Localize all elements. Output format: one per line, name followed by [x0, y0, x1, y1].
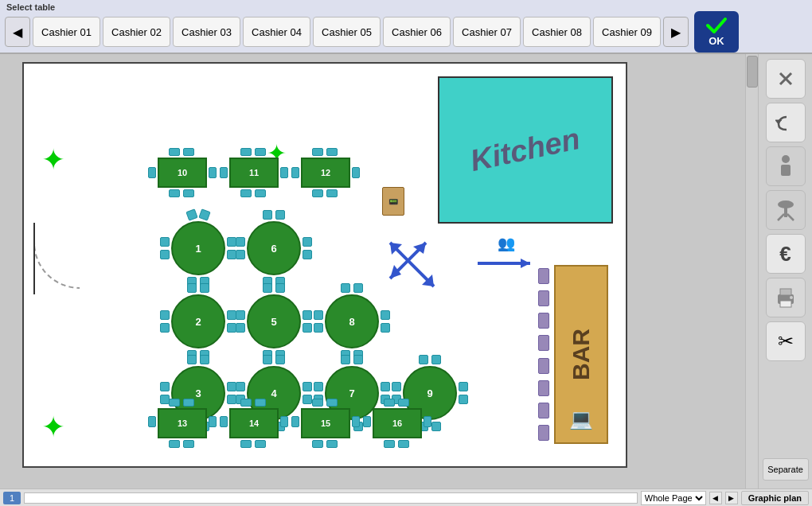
- svg-line-14: [778, 214, 784, 220]
- right-sidebar: € ✂ Separate: [758, 54, 812, 488]
- stool-button[interactable]: [766, 190, 806, 230]
- cashier-08-button[interactable]: Cashier 08: [523, 17, 591, 47]
- scroll-left-button[interactable]: ◀: [709, 492, 722, 504]
- door-arc: [33, 243, 80, 289]
- cash-register: 💻: [559, 401, 603, 438]
- svg-rect-13: [784, 204, 787, 217]
- table-11-group[interactable]: 11: [229, 158, 279, 188]
- undo-button[interactable]: [766, 103, 806, 142]
- cashier-01-button[interactable]: Cashier 01: [33, 17, 100, 47]
- cashier-02-button[interactable]: Cashier 02: [103, 17, 170, 47]
- cashier-09-button[interactable]: Cashier 09: [593, 17, 661, 47]
- floor-plan-canvas: Kitchen ✦ ✦ ✦: [22, 62, 627, 468]
- separate-button[interactable]: Separate: [763, 458, 809, 481]
- kitchen-label: Kitchen: [467, 122, 583, 178]
- svg-rect-11: [781, 165, 791, 176]
- floor-plan-area: Kitchen ✦ ✦ ✦: [0, 54, 758, 488]
- scroll-right-button[interactable]: ▶: [725, 492, 738, 504]
- svg-rect-17: [780, 289, 791, 295]
- arrows-group: [382, 235, 446, 302]
- graphic-plan-button[interactable]: Graphic plan: [741, 491, 809, 505]
- table-12-group[interactable]: 12: [301, 158, 350, 188]
- ok-button[interactable]: OK: [694, 11, 739, 53]
- table-8-group[interactable]: 8: [325, 294, 379, 348]
- table-2-group[interactable]: 2: [171, 294, 225, 348]
- star-top-left: ✦: [41, 143, 65, 177]
- svg-line-15: [787, 214, 794, 220]
- scissors-button[interactable]: ✂: [766, 321, 806, 361]
- page-bar: [24, 492, 638, 504]
- svg-point-19: [790, 296, 793, 299]
- waiter-button[interactable]: [766, 146, 806, 186]
- kitchen-area: Kitchen: [438, 76, 613, 224]
- table-6-group[interactable]: 6: [247, 221, 301, 275]
- svg-point-10: [782, 155, 790, 163]
- cashier-04-button[interactable]: Cashier 04: [243, 17, 310, 47]
- page-number: 1: [3, 492, 21, 504]
- cashier-05-button[interactable]: Cashier 05: [313, 17, 381, 47]
- table-5-group[interactable]: 5: [247, 294, 301, 348]
- restroom-sign: 👥: [474, 235, 538, 273]
- table-16-group[interactable]: 16: [373, 408, 422, 438]
- star-bottom-left: ✦: [41, 411, 65, 444]
- cashier-03-button[interactable]: Cashier 03: [173, 17, 240, 47]
- table-1-group[interactable]: 1: [171, 221, 225, 275]
- print-button[interactable]: [766, 278, 806, 317]
- terminal: 📟: [382, 187, 404, 216]
- table-14-group[interactable]: 14: [229, 408, 279, 438]
- svg-marker-7: [521, 259, 530, 268]
- cashier-06-button[interactable]: Cashier 06: [383, 17, 451, 47]
- table-15-group[interactable]: 15: [301, 408, 350, 438]
- ok-label: OK: [709, 35, 724, 47]
- nav-forward-button[interactable]: ▶: [663, 17, 689, 47]
- close-button[interactable]: [766, 59, 806, 99]
- cashier-07-button[interactable]: Cashier 07: [453, 17, 521, 47]
- euro-button[interactable]: €: [766, 234, 806, 274]
- zoom-select[interactable]: Whole Page: [641, 491, 706, 505]
- table-10-group[interactable]: 10: [158, 158, 207, 188]
- bar-label: BAR: [568, 329, 595, 380]
- bar-dividers: [537, 265, 551, 444]
- bottom-bar: 1 Whole Page ◀ ▶ Graphic plan: [0, 488, 812, 506]
- nav-back-button[interactable]: ◀: [5, 17, 30, 47]
- table-13-group[interactable]: 13: [158, 408, 207, 438]
- select-table-title: Select table: [6, 2, 55, 12]
- svg-rect-18: [780, 301, 791, 307]
